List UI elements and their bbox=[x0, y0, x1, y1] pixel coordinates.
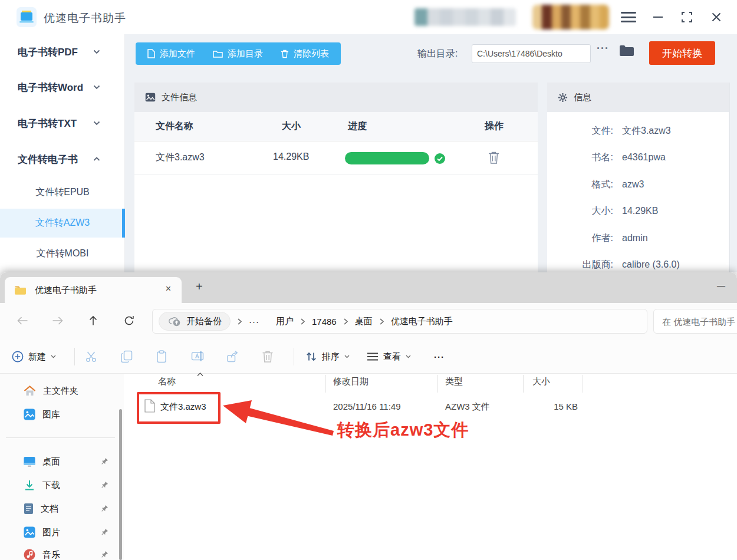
sidebar-item-file-to-azw3[interactable]: 文件转AZW3 bbox=[0, 209, 125, 238]
table-row[interactable]: 文件3.azw3 14.29KB bbox=[134, 141, 538, 175]
desktop-icon bbox=[24, 456, 35, 467]
column-date-modified[interactable]: 修改日期 bbox=[333, 376, 368, 393]
sidebar-item-documents[interactable]: 文档 bbox=[7, 499, 117, 519]
sidebar-group-ebook-to-txt[interactable]: 电子书转TXT bbox=[0, 115, 125, 131]
breadcrumb-17486[interactable]: 17486 bbox=[312, 317, 337, 327]
back-icon[interactable] bbox=[17, 316, 28, 325]
meta-publisher-row: 出版商:calibre (3.6.0) bbox=[547, 256, 729, 272]
tab-close-button[interactable]: × bbox=[163, 284, 173, 294]
breadcrumb-desktop[interactable]: 桌面 bbox=[355, 316, 373, 327]
forward-icon[interactable] bbox=[52, 316, 64, 325]
file-info-panel: 文件信息 文件名称 大小 进度 操作 文件3.azw3 14.29KB bbox=[134, 83, 538, 272]
maximize-icon bbox=[682, 12, 692, 22]
clear-list-button[interactable]: 清除列表 bbox=[281, 48, 329, 60]
meta-author-row: 作者:admin bbox=[547, 230, 729, 246]
chevron-right-icon bbox=[238, 318, 242, 325]
column-size[interactable]: 大小 bbox=[532, 376, 550, 393]
sort-arrows-icon bbox=[305, 351, 317, 362]
metadata-panel: 信息 文件:文件3.azw3 书名:e4361pwa 格式:azw3 大小:14… bbox=[547, 83, 729, 272]
share-icon[interactable] bbox=[226, 350, 239, 363]
more-commands-button[interactable]: ··· bbox=[434, 340, 445, 374]
pin-icon bbox=[101, 505, 108, 512]
file-list-area: 名称 修改日期 类型 大小 文件3.azw3 2025/11/16 11:49 … bbox=[124, 374, 737, 560]
app-title: 优速电子书助手 bbox=[44, 11, 126, 26]
search-input[interactable] bbox=[654, 309, 737, 333]
sidebar-item-gallery[interactable]: 图库 bbox=[7, 404, 117, 424]
column-progress: 进度 bbox=[348, 120, 367, 133]
meta-bookname-row: 书名:e4361pwa bbox=[547, 149, 729, 166]
sidebar-item-pictures[interactable]: 图片 bbox=[7, 522, 117, 542]
app-titlebar: 优速电子书助手 bbox=[0, 0, 737, 34]
app-maximize-button[interactable] bbox=[679, 9, 695, 25]
search-box bbox=[653, 309, 737, 334]
app-scrollbar-track[interactable] bbox=[729, 83, 730, 272]
backup-pill[interactable]: 开始备份 bbox=[159, 312, 231, 331]
file-icon bbox=[147, 49, 155, 58]
column-divider[interactable] bbox=[523, 375, 524, 393]
sidebar-item-desktop[interactable]: 桌面 bbox=[7, 452, 117, 472]
add-file-button[interactable]: 添加文件 bbox=[147, 48, 195, 60]
sidebar-item-downloads[interactable]: 下载 bbox=[7, 475, 117, 495]
trash-icon bbox=[281, 50, 289, 58]
sidebar-scrollbar[interactable] bbox=[119, 409, 122, 560]
sidebar-item-music[interactable]: 音乐 bbox=[7, 545, 117, 560]
browse-more-button[interactable]: ··· bbox=[597, 42, 609, 55]
sidebar-item-home[interactable]: 主文件夹 bbox=[7, 381, 117, 401]
file-size-cell: 14.29KB bbox=[273, 151, 309, 162]
new-tab-button[interactable]: + bbox=[196, 280, 203, 294]
column-divider[interactable] bbox=[325, 375, 326, 393]
breadcrumb-overflow-button[interactable]: ··· bbox=[249, 317, 259, 327]
ebook-converter-window: 优速电子书助手 电子书转PDF 电子书转Word 电子书转TXT bbox=[0, 0, 737, 272]
column-actions: 操作 bbox=[485, 120, 504, 133]
explorer-addressbar: 开始备份 ··· 用户 17486 桌面 优速电子书助手 bbox=[0, 303, 737, 340]
explorer-commandbar: 新建 排序 查看 ··· bbox=[0, 340, 737, 374]
paste-icon[interactable] bbox=[156, 350, 169, 363]
start-convert-button[interactable]: 开始转换 bbox=[649, 41, 715, 65]
metadata-header: 信息 bbox=[547, 83, 729, 112]
breadcrumb-current-folder[interactable]: 优速电子书助手 bbox=[391, 316, 453, 327]
cut-icon[interactable] bbox=[85, 350, 98, 363]
redacted-button-area bbox=[532, 5, 609, 29]
app-logo-icon bbox=[17, 7, 37, 27]
pin-icon bbox=[101, 528, 108, 536]
new-button[interactable]: 新建 bbox=[12, 340, 56, 374]
delete-icon[interactable] bbox=[262, 350, 274, 363]
sort-button[interactable]: 排序 bbox=[305, 340, 350, 374]
column-divider[interactable] bbox=[583, 375, 583, 393]
open-folder-icon[interactable] bbox=[619, 45, 634, 59]
menu-icon[interactable] bbox=[621, 12, 636, 22]
output-directory-input[interactable] bbox=[472, 44, 591, 63]
app-minimize-button[interactable] bbox=[650, 9, 666, 25]
explorer-minimize-button[interactable]: — bbox=[717, 281, 725, 290]
app-close-button[interactable] bbox=[709, 9, 724, 25]
refresh-icon[interactable] bbox=[124, 315, 134, 326]
column-divider[interactable] bbox=[437, 375, 438, 393]
sidebar-group-file-to-ebook[interactable]: 文件转电子书 bbox=[0, 151, 125, 167]
pin-icon bbox=[101, 481, 108, 489]
add-folder-button[interactable]: 添加目录 bbox=[213, 48, 263, 60]
chevron-right-icon bbox=[301, 318, 305, 325]
delete-row-icon[interactable] bbox=[488, 151, 499, 164]
file-info-header: 文件信息 bbox=[134, 83, 538, 112]
breadcrumb-users[interactable]: 用户 bbox=[276, 316, 294, 327]
rename-icon[interactable] bbox=[191, 350, 204, 362]
sidebar-group-ebook-to-pdf[interactable]: 电子书转PDF bbox=[0, 44, 125, 60]
column-name[interactable]: 名称 bbox=[158, 376, 176, 393]
divider bbox=[74, 348, 75, 365]
copy-icon[interactable] bbox=[120, 350, 133, 363]
up-icon[interactable] bbox=[88, 315, 98, 326]
column-type[interactable]: 类型 bbox=[445, 376, 463, 393]
view-button[interactable]: 查看 bbox=[367, 340, 411, 374]
sort-ascending-icon[interactable] bbox=[197, 373, 203, 377]
converter-sidebar: 电子书转PDF 电子书转Word 电子书转TXT 文件转电子书 文件转EPUB … bbox=[0, 34, 125, 272]
file-name: 文件3.azw3 bbox=[160, 401, 206, 413]
chevron-right-icon bbox=[380, 318, 384, 325]
image-icon bbox=[145, 93, 156, 102]
plus-circle-icon bbox=[12, 351, 24, 363]
chevron-down-icon bbox=[51, 355, 56, 358]
sidebar-item-file-to-epub[interactable]: 文件转EPUB bbox=[0, 183, 125, 201]
explorer-tab[interactable]: 优速电子书助手 × bbox=[5, 277, 182, 303]
sidebar-item-file-to-mobi[interactable]: 文件转MOBI bbox=[0, 245, 125, 262]
sidebar-group-ebook-to-word[interactable]: 电子书转Word bbox=[0, 79, 125, 95]
pictures-icon bbox=[24, 526, 35, 538]
